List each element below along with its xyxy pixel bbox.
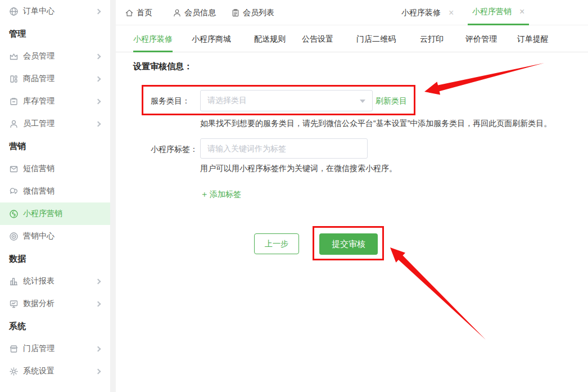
- service-category-label: 服务类目：: [151, 96, 190, 106]
- subtab-order-reminder[interactable]: 订单提醒: [517, 25, 549, 52]
- sidebar-section-data: 数据: [0, 247, 110, 270]
- subtab-miniprogram-decoration[interactable]: 小程序装修: [133, 25, 173, 52]
- sidebar-item-store-management[interactable]: 门店管理: [0, 337, 110, 360]
- sidebar-item-label: 库存管理: [23, 96, 55, 106]
- bar-chart-icon: [9, 277, 19, 286]
- chevron-right-icon: [96, 76, 101, 82]
- chevron-right-icon: [96, 346, 101, 352]
- previous-step-button[interactable]: 上一步: [254, 233, 299, 254]
- chevron-right-icon: [96, 8, 101, 14]
- chevron-right-icon: [96, 98, 101, 104]
- sidebar-section-management: 管理: [0, 22, 110, 45]
- sidebar-item-label: 系统设置: [23, 366, 55, 376]
- sidebar-section-system: 系统: [0, 315, 110, 337]
- subtab-miniprogram-mall[interactable]: 小程序商城: [192, 25, 231, 52]
- tab-miniprogram-marketing[interactable]: 小程序营销 ×: [468, 0, 529, 25]
- form-heading: 设置审核信息：: [133, 61, 192, 72]
- home-icon: [125, 8, 134, 17]
- store-icon: [9, 344, 19, 354]
- tab-home[interactable]: 首页: [125, 0, 152, 25]
- chevron-right-icon: [96, 121, 101, 127]
- sidebar-item-label: 数据分析: [23, 299, 55, 309]
- sidebar-item-goods-management[interactable]: 商品管理: [0, 67, 110, 90]
- tab-member-list[interactable]: 会员列表: [231, 0, 274, 25]
- plus-icon: ＋: [200, 189, 209, 200]
- sidebar-section-marketing: 营销: [0, 135, 110, 157]
- open-pages-tabbar: 首页 会员信息 会员列表 小程序装修 × 小程序营销 ×: [116, 0, 588, 25]
- goods-icon: [9, 74, 19, 84]
- tab-miniprogram-decoration[interactable]: 小程序装修 ×: [401, 0, 454, 25]
- tag-help-text: 用户可以用小程序标签作为关键词，在微信搜索小程序。: [200, 164, 397, 174]
- sidebar-item-sms-marketing[interactable]: 短信营销: [0, 157, 110, 180]
- sidebar-item-label: 短信营销: [23, 164, 55, 174]
- chevron-down-icon: [360, 100, 365, 103]
- gear-icon: [9, 367, 19, 376]
- mail-icon: [9, 164, 19, 174]
- sidebar-divider: [110, 0, 116, 392]
- close-icon[interactable]: ×: [449, 8, 454, 18]
- crown-icon: [9, 52, 19, 61]
- section-tabbar: 小程序装修 小程序商城 配送规则 公告设置 门店二维码 云打印 评价管理 订单提…: [116, 25, 588, 52]
- annotation-arrow-category: [424, 63, 544, 95]
- submit-review-button[interactable]: 提交审核: [319, 233, 378, 255]
- miniprogram-tag-label: 小程序标签：: [151, 145, 198, 155]
- chevron-right-icon: [96, 53, 101, 59]
- sidebar-item-label: 门店管理: [23, 344, 55, 354]
- sidebar-item-member-management[interactable]: 会员管理: [0, 45, 110, 67]
- sidebar-item-miniprogram-marketing[interactable]: 小程序营销: [0, 202, 110, 225]
- add-tag-link[interactable]: ＋ 添加标签: [200, 189, 241, 200]
- sidebar-item-label: 商品管理: [23, 74, 55, 84]
- sidebar-item-label: 营销中心: [23, 231, 55, 241]
- sidebar-item-label: 微信营销: [23, 186, 55, 196]
- subtab-review-management[interactable]: 评价管理: [465, 25, 497, 52]
- user-icon: [173, 8, 182, 17]
- subtab-announcement-settings[interactable]: 公告设置: [302, 25, 333, 52]
- annotation-arrow-submit: [390, 247, 486, 340]
- tab-member-info[interactable]: 会员信息: [173, 0, 216, 25]
- close-icon[interactable]: ×: [519, 7, 524, 17]
- chevron-right-icon: [96, 301, 101, 307]
- sidebar-item-statistics-report[interactable]: 统计报表: [0, 270, 110, 292]
- subtab-delivery-rules[interactable]: 配送规则: [254, 25, 286, 52]
- sidebar-item-order-center[interactable]: 订单中心: [0, 0, 110, 22]
- sidebar-item-wechat-marketing[interactable]: 微信营销: [0, 180, 110, 202]
- subtab-store-qrcode[interactable]: 门店二维码: [356, 25, 396, 52]
- app-page: 订单中心 管理 会员管理 商品管理 库存管理 员工管理 营销 短信营销: [0, 0, 588, 392]
- sidebar-item-label: 员工管理: [23, 119, 55, 129]
- chevron-right-icon: [96, 368, 101, 374]
- sidebar-item-label: 订单中心: [23, 6, 55, 16]
- sidebar-item-data-analysis[interactable]: 数据分析: [0, 292, 110, 315]
- sidebar-item-label: 小程序营销: [23, 209, 62, 219]
- sidebar-item-marketing-center[interactable]: 营销中心: [0, 225, 110, 247]
- subtab-cloud-print[interactable]: 云打印: [420, 25, 444, 52]
- sidebar-item-label: 会员管理: [23, 51, 55, 61]
- refresh-category-link[interactable]: 刷新类目: [376, 96, 407, 106]
- sidebar-item-staff-management[interactable]: 员工管理: [0, 112, 110, 135]
- monitor-chart-icon: [9, 299, 19, 309]
- globe-icon: [9, 7, 19, 16]
- miniprogram-icon: [9, 209, 19, 219]
- category-help-text: 如果找不到想要的服务类目，请先到微信公众平台“基本设置”中添加服务类目，再回此页…: [200, 119, 551, 129]
- inventory-box-icon: [9, 97, 19, 106]
- clipboard-icon: [231, 8, 240, 17]
- sidebar: 订单中心 管理 会员管理 商品管理 库存管理 员工管理 营销 短信营销: [0, 0, 110, 392]
- miniprogram-tag-input[interactable]: [200, 138, 368, 159]
- sidebar-item-label: 统计报表: [23, 276, 55, 286]
- target-icon: [9, 232, 19, 241]
- service-category-select[interactable]: 请选择类目: [200, 90, 373, 111]
- sidebar-item-inventory-management[interactable]: 库存管理: [0, 90, 110, 112]
- sidebar-item-system-settings[interactable]: 系统设置: [0, 360, 110, 382]
- wechat-icon: [9, 187, 19, 196]
- select-placeholder: 请选择类目: [207, 96, 247, 106]
- chevron-right-icon: [96, 278, 101, 284]
- person-icon: [9, 119, 19, 129]
